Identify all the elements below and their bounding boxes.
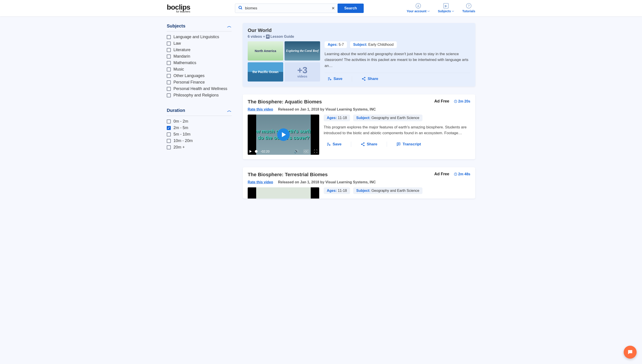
card-description: Learning about the world and geography d… [325, 51, 470, 69]
fullscreen-icon[interactable]: ⛶ [314, 150, 317, 154]
clear-search-icon[interactable]: ✕ [329, 6, 338, 11]
duration-badge: 2m 48s [454, 172, 470, 176]
duration-option[interactable]: 10m - 20m [167, 138, 232, 144]
subject-option[interactable]: Law [167, 40, 232, 47]
thumbnail[interactable]: North America [248, 41, 283, 60]
checkbox[interactable]: ✓ [167, 126, 171, 130]
video-controls[interactable]: -02:20 🔊 CC ⛶ [249, 149, 317, 154]
subject-option[interactable]: Mathematics [167, 60, 232, 66]
subject-option[interactable]: Language and Linguistics [167, 34, 232, 40]
checkbox[interactable] [167, 93, 171, 97]
share-button[interactable]: Share [358, 141, 380, 148]
released-text: Released on Jan 1, 2018 by Visual Learni… [278, 108, 376, 112]
filter-label: Philosophy and Religions [173, 93, 219, 98]
account-icon [416, 3, 421, 8]
thumbnail[interactable]: Exploring the Coral Reef [284, 41, 320, 60]
filter-label: 20m + [173, 145, 185, 150]
video-player[interactable] [248, 187, 319, 198]
rate-video-link[interactable]: Rate this video [248, 108, 273, 112]
duration-option[interactable]: ✓2m - 5m [167, 124, 232, 131]
chevron-up-icon: ︿ [227, 108, 232, 114]
card-description: This program explores the major features… [324, 124, 470, 136]
card-title: The Biosphere: Aquatic Biomes [248, 99, 322, 105]
search-button[interactable]: Search [338, 4, 364, 13]
nav-subjects[interactable]: ▶ Subjects ﹀ [438, 3, 454, 13]
help-icon: ? [466, 3, 471, 8]
filter-subjects-header[interactable]: Subjects ︿ [167, 23, 232, 32]
share-button[interactable]: Share [359, 76, 381, 82]
checkbox[interactable] [167, 74, 171, 78]
subject-pill: Subject: Geography and Earth Science [353, 187, 423, 194]
transcript-button[interactable]: Transcript [394, 141, 424, 148]
subject-option[interactable]: Mandarin [167, 53, 232, 60]
filter-label: 2m - 5m [173, 126, 188, 130]
search-box: ✕ [235, 4, 338, 13]
filter-label: 10m - 20m [173, 138, 193, 143]
filter-label: Law [173, 41, 181, 46]
logo[interactable]: boclips for teachers [167, 4, 190, 13]
subject-pill: Subject: Early Childhood [350, 41, 397, 48]
filter-label: Other Languages [173, 74, 205, 78]
filter-label: Mandarin [173, 54, 190, 59]
video-player[interactable]: How much of Earth's surface do the ocean… [248, 114, 319, 155]
search-icon [235, 6, 245, 11]
save-button[interactable]: Save [325, 76, 345, 82]
filter-label: Literature [173, 48, 190, 52]
subject-option[interactable]: Literature [167, 47, 232, 53]
collection-thumbnails[interactable]: North America Exploring the Coral Reef t… [248, 41, 320, 82]
save-button[interactable]: Save [324, 141, 344, 148]
checkbox[interactable] [167, 132, 171, 136]
subject-option[interactable]: Personal Health and Wellness [167, 86, 232, 92]
svg-line-11 [363, 78, 364, 78]
play-button[interactable] [277, 128, 290, 141]
nav-your-account[interactable]: Your account ﹀ [407, 3, 430, 13]
chevron-up-icon: ︿ [227, 23, 232, 29]
duration-option[interactable]: 20m + [167, 144, 232, 150]
search-input[interactable] [245, 4, 329, 13]
subject-option[interactable]: Personal Finance [167, 79, 232, 86]
checkbox[interactable] [167, 80, 171, 84]
ages-pill: Ages: 11-18 [324, 114, 350, 121]
duration-option[interactable]: 0m - 2m [167, 118, 232, 124]
svg-line-1 [241, 8, 242, 9]
ad-free-badge: Ad Free [434, 172, 449, 176]
checkbox[interactable] [167, 42, 171, 46]
card-subtitle: 6 videos + Lesson Guide [248, 34, 470, 39]
rate-video-link[interactable]: Rate this video [248, 180, 273, 184]
filter-label: Personal Health and Wellness [173, 86, 227, 91]
checkbox[interactable] [167, 68, 171, 72]
featured-collection-card: Our World 6 videos + Lesson Guide North … [243, 23, 475, 86]
filter-label: Mathematics [173, 60, 196, 65]
filter-label: Language and Linguistics [173, 34, 219, 39]
duration-option[interactable]: 5m - 10m [167, 131, 232, 138]
thumbnail[interactable]: the Pacific Ocean [248, 62, 283, 82]
volume-icon[interactable]: 🔊 [294, 149, 299, 154]
checkbox[interactable] [167, 48, 171, 52]
subject-option[interactable]: Music [167, 66, 232, 72]
checkbox[interactable] [167, 139, 171, 143]
thumbnail-more[interactable]: +3 videos [284, 62, 320, 82]
chevron-down-icon: ﹀ [427, 10, 430, 13]
duration-badge: 2m 20s [454, 99, 470, 104]
filter-duration-header[interactable]: Duration ︿ [167, 108, 232, 116]
checkbox[interactable] [167, 35, 171, 39]
checkbox[interactable] [167, 120, 171, 124]
svg-point-0 [239, 6, 242, 9]
cc-icon[interactable]: CC [303, 150, 309, 153]
checkbox[interactable] [167, 61, 171, 65]
progress-handle[interactable] [255, 150, 257, 153]
subjects-icon: ▶ [443, 3, 449, 8]
ages-pill: Ages: 11-18 [324, 187, 350, 194]
subject-option[interactable]: Other Languages [167, 72, 232, 79]
ages-pill: Ages: 5-7 [325, 41, 347, 48]
filter-label: Music [173, 67, 184, 72]
filter-label: 5m - 10m [173, 132, 190, 137]
play-icon[interactable] [249, 150, 252, 153]
filters-sidebar: Subjects ︿ Language and LinguisticsLawLi… [167, 23, 232, 206]
checkbox[interactable] [167, 54, 171, 58]
checkbox[interactable] [167, 146, 171, 150]
checkbox[interactable] [167, 87, 171, 91]
nav-tutorials[interactable]: ? Tutorials [462, 3, 475, 13]
subject-option[interactable]: Philosophy and Religions [167, 92, 232, 98]
svg-line-22 [362, 143, 364, 144]
